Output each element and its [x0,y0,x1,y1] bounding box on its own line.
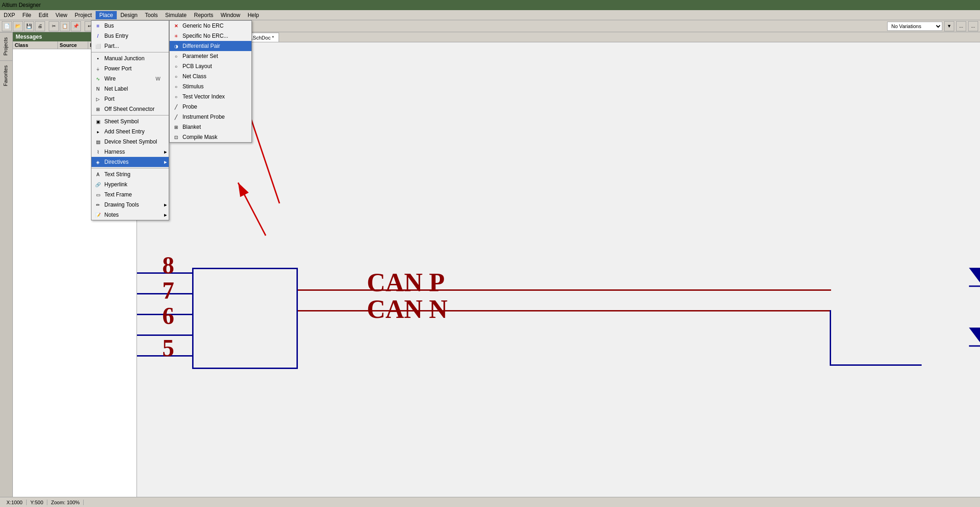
place-menu-bus[interactable]: ≡ Bus [91,21,169,31]
toolbar-new[interactable]: 📄 [2,21,12,31]
menu-simulate[interactable]: Simulate [161,11,190,19]
textstring-icon: A [94,171,102,178]
directive-probe-label: Probe [182,104,197,110]
pin-8: 8 [162,252,174,279]
directive-stimulus[interactable]: ○ Stimulus [170,81,251,92]
directive-param-set[interactable]: ○ Parameter Set [170,51,251,61]
directive-blanket[interactable]: ⊞ Blanket [170,122,251,132]
place-menu-offsheet[interactable]: ⊞ Off Sheet Connector [91,104,169,114]
directive-test-vector[interactable]: ○ Test Vector Index [170,92,251,102]
power-icon: ⏚ [94,65,102,72]
place-bus-label: Bus [104,23,114,29]
menu-window[interactable]: Window [217,11,244,19]
bus-icon: ≡ [94,22,102,29]
directive-blanket-label: Blanket [182,124,201,130]
toolbar-paste[interactable]: 📌 [71,21,81,31]
place-menu-notes[interactable]: 📝 Notes [91,210,169,220]
place-menu-sheetentry[interactable]: ▸ Add Sheet Entry [91,127,169,137]
menu-view[interactable]: View [52,11,71,19]
variations-dropdown[interactable]: No Variations [887,22,942,31]
directive-instrument-probe-label: Instrument Probe [182,114,225,120]
menu-file[interactable]: File [19,11,35,19]
place-menu-part[interactable]: ⬜ Part... [91,41,169,51]
place-menu-netlabel[interactable]: N Net Label [91,84,169,94]
pin-6: 6 [162,302,174,329]
place-menu-textframe[interactable]: ▭ Text Frame [91,190,169,200]
directive-diff-pair[interactable]: ◑ Differential Pair [170,41,251,51]
menu-dxp[interactable]: DXP [0,11,19,19]
directive-specific-erc-label: Specific No ERC... [182,33,228,39]
menu-design[interactable]: Design [117,11,141,19]
hyperlink-icon: 🔗 [94,181,102,188]
place-menu-power[interactable]: ⏚ Power Port [91,63,169,74]
pcb-layout-icon: ○ [172,63,180,70]
titlebar: Altium Designer [0,0,980,10]
directives-submenu: ✕ Generic No ERC ✳ Specific No ERC... ◑ … [169,20,252,143]
svg-marker-5 [969,328,980,346]
place-offsheet-label: Off Sheet Connector [104,106,154,112]
toolbar-save[interactable]: 💾 [24,21,34,31]
menu-tools[interactable]: Tools [141,11,161,19]
menu-place[interactable]: Place [96,11,117,19]
directive-pcb-layout[interactable]: ○ PCB Layout [170,61,251,71]
wire-h-bottom [830,364,922,366]
netlabel-icon: N [94,85,102,92]
place-textframe-label: Text Frame [104,191,132,198]
directive-generic-erc[interactable]: ✕ Generic No ERC [170,21,251,31]
toolbar-cut[interactable]: ✂ [49,21,59,31]
place-menu-port[interactable]: ▷ Port [91,94,169,104]
place-menu-drawing[interactable]: ✏ Drawing Tools [91,200,169,210]
place-harness-label: Harness [104,149,125,155]
generic-erc-icon: ✕ [172,22,180,29]
toolbar-extra3[interactable]: ... [968,21,978,31]
directive-test-vector-label: Test Vector Index [182,93,225,100]
menu-help[interactable]: Help [244,11,263,19]
place-menu-hyperlink[interactable]: 🔗 Hyperlink [91,179,169,190]
toolbar-extra2[interactable]: ... [956,21,966,31]
sheetentry-icon: ▸ [94,128,102,135]
place-menu-textstring[interactable]: A Text String [91,169,169,179]
directive-compile-mask[interactable]: ⊡ Compile Mask [170,132,251,142]
menu-edit[interactable]: Edit [35,11,52,19]
component-rect [192,268,298,369]
test-vector-icon: ○ [172,93,180,100]
svg-marker-1 [969,268,980,286]
wire-v-right [830,310,831,365]
place-menu-junction[interactable]: • Manual Junction [91,53,169,63]
menu-reports[interactable]: Reports [190,11,217,19]
place-junction-label: Manual Junction [104,55,144,62]
place-menu-devsheet[interactable]: ▤ Device Sheet Symbol [91,137,169,147]
directive-diff-pair-label: Differential Pair [182,43,220,49]
menu-project[interactable]: Project [71,11,96,19]
sheetsymbol-icon: ▣ [94,118,102,125]
net-class-icon: ○ [172,73,180,80]
specific-erc-icon: ✳ [172,32,180,40]
place-sheetentry-label: Add Sheet Entry [104,128,144,135]
sidebar-tab-favorites[interactable]: Favorites [0,60,12,91]
schematic-canvas[interactable]: 8 7 6 5 CAN P CAN N D2 [137,42,980,497]
toolbar-open[interactable]: 📂 [13,21,23,31]
junction-icon: • [94,55,102,62]
menubar: DXP File Edit View Project Place Design … [0,10,980,20]
toolbar-print[interactable]: 🖨 [35,21,45,31]
directive-specific-erc[interactable]: ✳ Specific No ERC... [170,31,251,41]
diode-svg [955,245,980,374]
place-menu-sheetsymbol[interactable]: ▣ Sheet Symbol [91,116,169,127]
place-sheetsymbol-label: Sheet Symbol [104,118,139,125]
place-menu-bus-entry[interactable]: / Bus Entry [91,31,169,41]
menu-sep-3 [91,168,169,168]
directive-net-class[interactable]: ○ Net Class [170,71,251,81]
toolbar-extra1[interactable]: ▼ [944,21,954,31]
sidebar-tab-projects[interactable]: Projects [0,32,12,60]
status-zoom: Zoom: 100% [47,500,84,505]
can-p-label: CAN P [367,268,445,297]
doc-tabs: 📄 YJYZ_ST-LINK V2-1_V1.0.pcb 📋 05-can.Sc… [137,32,980,42]
directive-probe[interactable]: ╱ Probe [170,102,251,112]
toolbar-copy[interactable]: 📋 [60,21,70,31]
place-menu-wire[interactable]: ∿ Wire W [91,74,169,84]
compile-mask-icon: ⊡ [172,133,180,141]
place-menu-directives[interactable]: ◈ Directives [91,157,169,167]
wire-shortcut: W [156,76,166,81]
place-menu-harness[interactable]: ⌇ Harness [91,147,169,157]
directive-instrument-probe[interactable]: ╱ Instrument Probe [170,112,251,122]
